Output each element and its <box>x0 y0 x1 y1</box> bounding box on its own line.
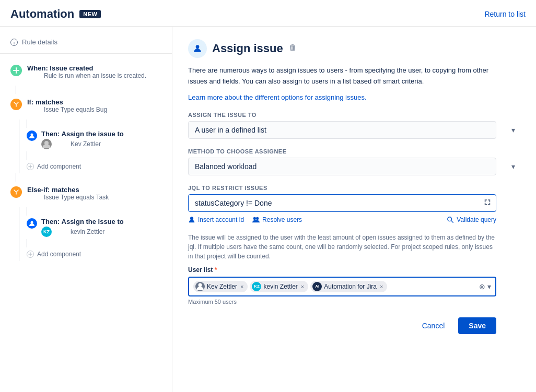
jql-input-icon <box>484 198 491 207</box>
method-label: Method to choose assignee <box>188 148 520 155</box>
add-component-1[interactable]: Add component <box>27 160 172 173</box>
add-dot-1 <box>27 163 34 170</box>
plus-icon <box>13 67 19 74</box>
user-list-controls: ⊗ ▾ <box>479 282 491 291</box>
user-tag-automation: AI Automation for Jira × <box>310 281 387 292</box>
add-icon-2 <box>28 252 32 256</box>
person-insert-icon <box>188 216 195 223</box>
svg-point-5 <box>196 45 200 49</box>
max-users-text: Maximum 50 users <box>188 299 496 305</box>
expand-user-list-button[interactable]: ▾ <box>487 282 491 291</box>
save-button[interactable]: Save <box>458 317 496 334</box>
main-content: Assign issue There are numerous ways to … <box>172 27 536 392</box>
main-layout: i Rule details When: Issue created Rule … <box>0 27 536 392</box>
assign-to-section: Assign the issue to A user in a defined … <box>188 112 520 139</box>
svg-text:i: i <box>14 40 15 45</box>
then-assign-item-2[interactable]: Then: Assign the issue to KZ kevin Zettl… <box>27 216 172 239</box>
kz-avatar-2: KZ <box>41 227 52 237</box>
kev-zettler-avatar <box>195 282 205 291</box>
connector-line-2 <box>27 120 27 128</box>
kev-zettler-name: Kev Zettler <box>207 283 237 290</box>
user-list-label: User list * <box>188 266 520 274</box>
automation-name: Automation for Jira <box>324 283 377 290</box>
add-component-2[interactable]: Add component <box>27 247 172 261</box>
svg-point-10 <box>199 283 202 287</box>
jql-section: JQL to restrict issues <box>188 185 520 223</box>
kevin-zettler-avatar: KZ <box>252 282 261 291</box>
if-condition-item[interactable]: If: matches Issue Type equals Bug <box>0 94 172 120</box>
user-list-section: User list * Kev Zettler × <box>188 266 520 305</box>
add-dot-2 <box>27 251 34 258</box>
then-assign-item-1[interactable]: Then: Assign the issue to Kev Zettler <box>27 128 172 151</box>
jql-input-wrapper <box>188 194 496 212</box>
if-icon <box>10 99 22 110</box>
validate-query-button[interactable]: Validate query <box>447 216 496 223</box>
insert-account-id-button[interactable]: Insert account id <box>188 216 244 223</box>
action-icon <box>188 39 207 58</box>
resolve-users-icon <box>252 216 260 223</box>
learn-more-link[interactable]: Learn more about the different options f… <box>188 93 520 101</box>
method-section: Method to choose assignee Balanced workl… <box>188 148 520 175</box>
automation-avatar: AI <box>312 282 322 291</box>
assign-to-chevron: ▾ <box>511 126 515 134</box>
resolve-users-button[interactable]: Resolve users <box>252 216 302 223</box>
user-tag-kev: Kev Zettler × <box>193 281 248 292</box>
then-block-2: Then: Assign the issue to KZ kevin Zettl… <box>19 207 172 261</box>
svg-point-6 <box>190 217 193 220</box>
trash-icon-svg <box>288 43 297 52</box>
return-to-list-link[interactable]: Return to list <box>484 10 526 18</box>
branch-icon <box>13 101 19 108</box>
add-component-label-1: Add component <box>37 163 81 170</box>
then-user-2: kevin Zettler <box>71 228 104 235</box>
remove-kevin-button[interactable]: × <box>301 283 304 290</box>
cancel-button[interactable]: Cancel <box>414 317 453 334</box>
jql-label: JQL to restrict issues <box>188 185 520 191</box>
required-star: * <box>215 266 217 274</box>
svg-point-7 <box>253 217 256 219</box>
kev-avatar-svg <box>195 282 205 291</box>
kev-avatar <box>41 139 52 149</box>
else-if-item[interactable]: Else-if: matches Issue Type equals Task <box>0 182 172 207</box>
insert-left: Insert account id Resolve users <box>188 216 302 223</box>
delete-action-button[interactable] <box>288 43 297 54</box>
assign-to-select[interactable]: A user in a defined list <box>188 121 496 139</box>
app-title: Automation <box>10 7 74 21</box>
app-container: Automation NEW Return to list i Rule det… <box>0 0 536 392</box>
action-description: There are numerous ways to assign issues… <box>188 65 502 87</box>
expand-icon <box>484 198 491 206</box>
kev-avatar-img <box>41 139 52 149</box>
validate-query-label: Validate query <box>457 216 496 223</box>
search-validate-icon <box>447 216 454 223</box>
svg-point-4 <box>31 221 33 224</box>
remove-kev-button[interactable]: × <box>240 283 243 290</box>
else-if-icon <box>10 186 22 198</box>
resolve-users-label: Resolve users <box>262 216 302 223</box>
rule-details-item[interactable]: i Rule details <box>0 35 172 54</box>
when-icon <box>10 65 22 76</box>
svg-point-2 <box>31 134 33 136</box>
then-label-1: Then: Assign the issue to <box>41 130 124 138</box>
method-select[interactable]: Balanced workload <box>188 158 496 175</box>
clear-users-button[interactable]: ⊗ <box>479 282 485 291</box>
action-header: Assign issue <box>188 39 520 58</box>
assign-person-icon <box>192 43 203 54</box>
if-desc: Issue Type equals Bug <box>44 106 107 113</box>
then-user-1: Kev Zettler <box>71 140 101 148</box>
remove-automation-button[interactable]: × <box>380 283 383 290</box>
user-list-label-text: User list <box>188 266 213 274</box>
add-component-label-2: Add component <box>37 251 81 258</box>
connector-line-5 <box>27 207 27 216</box>
person-icon-2 <box>29 220 35 227</box>
then-icon-1 <box>27 130 37 141</box>
connector-line-3 <box>27 151 27 160</box>
when-trigger-item[interactable]: When: Issue created Rule is run when an … <box>0 60 172 86</box>
insert-account-id-label: Insert account id <box>198 216 244 223</box>
connector-line-6 <box>27 239 27 247</box>
insert-row: Insert account id Resolve users <box>188 216 496 223</box>
kevin-zettler-name: kevin Zettler <box>263 283 297 290</box>
user-list-container[interactable]: Kev Zettler × KZ kevin Zettler × <box>188 277 496 296</box>
top-header: Automation NEW Return to list <box>0 0 536 27</box>
jql-input[interactable] <box>188 194 496 212</box>
person-icon-1 <box>29 133 35 139</box>
sidebar: i Rule details When: Issue created Rule … <box>0 27 172 392</box>
